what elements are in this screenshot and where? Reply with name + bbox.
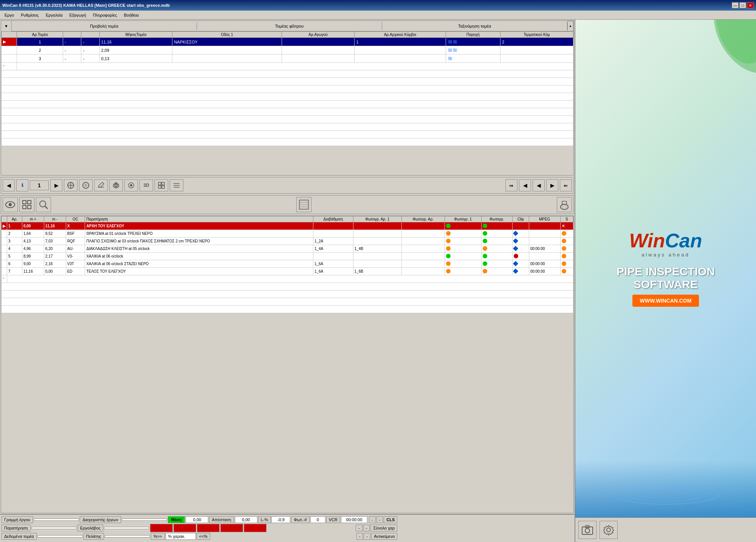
obs-col-mminus: m - — [44, 216, 66, 222]
status-value-work-row[interactable] — [34, 519, 79, 521]
svg-point-6 — [115, 184, 117, 186]
tool-grid3-btn[interactable] — [19, 197, 34, 212]
status-pct-btn[interactable]: %>> — [151, 533, 165, 540]
sector-row-3[interactable]: 3 - - 0,13 ≋ — [2, 54, 573, 63]
tool-lines-btn[interactable] — [170, 179, 183, 191]
obs-row-4[interactable]: 4 4,96 6,20 AU- ΔΙΑΚΛΑΔΩΣΗ ΚΛΕΙΣΤΗ at 05… — [2, 245, 573, 253]
status-value-obs[interactable] — [31, 527, 77, 529]
row-startnode-2 — [355, 46, 446, 54]
tool-toilet-btn[interactable] — [557, 197, 572, 212]
status-ltlt-btn[interactable]: <<% — [197, 533, 211, 540]
row-m2-3: - — [81, 54, 99, 63]
skip-back-btn[interactable]: ◀ — [533, 179, 545, 191]
obs-mpeg-1 — [529, 222, 560, 230]
tool-edit-btn[interactable] — [94, 179, 108, 191]
tool-settings-btn[interactable] — [124, 179, 138, 191]
col-road: Οδός 1 — [172, 32, 282, 38]
minimize-button[interactable]: — — [732, 2, 739, 8]
sector-row-empty-1 — [2, 70, 573, 78]
obs-rating-4: 1_4A — [313, 245, 353, 253]
tool-texture-btn[interactable] — [296, 197, 311, 212]
tool-eye-btn[interactable] — [3, 197, 18, 212]
menu-info[interactable]: Πληροφορίες — [90, 12, 120, 18]
status-position-btn[interactable]: Θέση — [168, 516, 185, 523]
status-value-data[interactable] — [37, 535, 83, 537]
row-road-3 — [172, 54, 282, 63]
row-length-2: 2,09 — [99, 46, 172, 54]
status-phot-input[interactable]: 0 — [310, 516, 325, 523]
status-red-2 — [174, 524, 196, 532]
prev-btn[interactable]: ◀ — [3, 179, 15, 191]
obs-rating-1 — [313, 222, 353, 230]
row-num-3: 3 — [17, 54, 63, 63]
obs-col-mpeg: MPEG — [529, 216, 560, 222]
info-btn[interactable]: ℹ — [16, 179, 28, 191]
close-button[interactable]: ✕ — [747, 2, 754, 8]
svg-line-23 — [45, 206, 48, 209]
status-label-phot: Φωτ.-# — [291, 516, 309, 523]
obs-mplus-7: 11,16 — [22, 268, 44, 275]
skip-first-btn[interactable]: ⏮ — [505, 179, 517, 191]
menu-help[interactable]: Βοήθεια — [121, 12, 142, 18]
status-dash-2: - — [376, 516, 383, 523]
status-value-contractor[interactable] — [104, 527, 149, 529]
clip-circle-red — [514, 224, 518, 228]
sector-row-empty-6 — [2, 108, 573, 116]
tab-sector-sort[interactable]: Ταξινόμηση τομέα — [382, 22, 567, 30]
obs-clip-4 — [512, 245, 529, 253]
maximize-button[interactable]: □ — [739, 2, 746, 8]
tool-grid-btn[interactable] — [64, 179, 77, 191]
obs-clip-6 — [512, 260, 529, 268]
obs-mminus-7: 0,00 — [44, 268, 66, 275]
tool-circle-btn[interactable] — [79, 179, 93, 191]
wincan-camera-btn[interactable] — [578, 521, 596, 539]
menu-exagogi[interactable]: Εξαγωγή — [67, 12, 89, 18]
wincan-url-btn[interactable]: WWW.WINCAN.COM — [632, 295, 699, 307]
status-pos-input[interactable]: 0,00 — [186, 516, 208, 523]
row-flow-2: ≋≋ — [446, 46, 500, 54]
title-bar: WinCan 8 #8131 (v8.30.0.2323) KAMA HELLA… — [0, 0, 756, 11]
sector-row-1[interactable]: ▶ 1 - - 11,16 ΝΑΡΚΙΣΣΟΥ 1 ≋≋ 2 — [2, 38, 573, 46]
tool-3d-btn[interactable]: 3D — [139, 179, 153, 191]
tool-lens-btn[interactable] — [36, 197, 51, 212]
obs-col-p2: Φωτογρ. — [481, 216, 512, 222]
obs-p1-3 — [445, 238, 481, 245]
tab-sector-filter[interactable]: Τομέας φίλτρου — [197, 22, 382, 30]
status-cls-btn[interactable]: CLS — [384, 516, 397, 523]
obs-desc-5: ΧΑΛΙΚΙΑ at 06 o/clock — [85, 253, 313, 260]
obs-row-6[interactable]: 6 9,00 2,16 V3T ΧΑΛΙΚΙΑ at 06 o/clock ΣΤ… — [2, 260, 573, 268]
menu-ergaleia[interactable]: Εργαλεία — [43, 12, 66, 18]
status-vcr-input[interactable]: 00:00:00 — [341, 516, 367, 523]
menu-rythmiseis[interactable]: Ρυθμίσεις — [18, 12, 42, 18]
wincan-gear-btn[interactable] — [600, 521, 618, 539]
obs-row-7[interactable]: 7 11,16 0,00 ED ΤΕΛΟΣ ΤΟΥ ΕΛΕΓΧΟΥ 1_6A 1… — [2, 268, 573, 275]
svg-point-22 — [40, 201, 46, 207]
status-value-pct[interactable]: % χαρακ. — [166, 533, 196, 540]
obs-row-5[interactable]: 5 8,99 2,17 V3- ΧΑΛΙΚΙΑ at 06 o/clock — [2, 253, 573, 260]
status-value-manager[interactable] — [122, 519, 167, 521]
obs-rating-3: 1_2A — [313, 238, 353, 245]
obs-row-indicator-6 — [2, 260, 7, 268]
tool-grid2-btn[interactable] — [155, 179, 168, 191]
status-value-client[interactable] — [105, 535, 150, 537]
svg-rect-9 — [158, 182, 161, 185]
status-dist-input[interactable]: 0,00 — [235, 516, 257, 523]
obs-row-3[interactable]: 3 4,13 7,03 RQF ΠΛΑΓΙΟ ΣΧΙΣΙΜΟ at 03 o/c… — [2, 238, 573, 245]
tab-sector-view[interactable]: Προβολή τομέα — [12, 22, 197, 30]
tool-gear-btn[interactable] — [109, 179, 123, 191]
next-btn[interactable]: ▶ — [50, 179, 62, 191]
sector-row-2[interactable]: 2 - - 2,09 ≋≋ — [2, 46, 573, 54]
obs-row-2[interactable]: 2 1,64 9,52 BSF ΘΡΑΥΣΜΑ at 01 o/clock ΤΡ… — [2, 230, 573, 238]
menu-ergo[interactable]: Εργο — [2, 12, 17, 18]
skip-next-btn[interactable]: ▶ — [546, 179, 558, 191]
skip-prev-btn[interactable]: ◀ — [519, 179, 531, 191]
status-l-input[interactable]: -0,9 — [271, 516, 290, 523]
sector-toolbar-icon[interactable]: ▼ — [1, 21, 12, 31]
svg-point-34 — [628, 488, 703, 502]
obs-row-1[interactable]: ▶ 1 0,00 11,16 X ΑΡΧΗ ΤΟΥ ΕΛΕΓΧΟΥ ✕ — [2, 222, 573, 230]
obs-desc-7: ΤΕΛΟΣ ΤΟΥ ΕΛΕΓΧΟΥ — [85, 268, 313, 275]
scroll-up-btn[interactable]: ▲ — [567, 21, 573, 31]
skip-last-btn[interactable]: ⏭ — [560, 179, 572, 191]
sector-row-new[interactable]: * — [2, 63, 573, 70]
tools-row — [1, 195, 574, 214]
